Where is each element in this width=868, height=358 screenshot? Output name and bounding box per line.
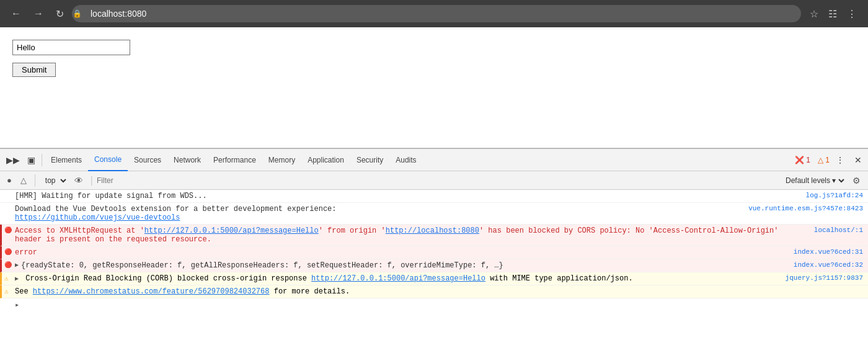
submit-button[interactable]: Submit [12,63,56,77]
forward-button[interactable]: → [30,6,47,22]
console-text-hmr: [HMR] Waiting for update signal from WDS… [15,192,207,200]
console-sep [35,174,35,187]
warn-badge: △ 1 [818,156,830,164]
source-cors[interactable]: localhost/:1 [802,226,863,234]
levels-select[interactable]: Default levels ▾ [783,176,846,186]
console-line-see: See https://www.chromestatus.com/feature… [0,285,868,298]
console-text-corb: ▶ Cross-Origin Read Blocking (CORB) bloc… [15,274,633,283]
console-line-error-text: error index.vue?6ced:31 [0,246,868,259]
source-vue[interactable]: vue.runtime.esm.js?457e:8423 [736,205,863,212]
browser-actions: ☆ ☷ ⋮ [806,6,861,22]
console-settings-button[interactable]: ⚙ [849,174,864,187]
bookmark-button[interactable]: ☆ [806,6,822,22]
devtools-tabbar: ▶▶ ▣ Elements Console Sources Network Pe… [0,149,868,171]
tab-application[interactable]: Application [301,149,350,171]
device-toggle-button[interactable]: ▣ [24,151,39,169]
error-badge: ❌ 1 [795,156,810,164]
corb-url-link[interactable]: http://127.0.0.1:5000/api?message=Hello [311,274,485,283]
filter-input[interactable] [97,176,221,185]
console-output: [HMR] Waiting for update signal from WDS… [0,190,868,358]
warn-triangle-icon: △ [818,156,823,164]
page-content: Submit [0,27,868,148]
browser-chrome: ← → ↻ 🔒 ☆ ☷ ⋮ [0,0,868,27]
tab-memory[interactable]: Memory [262,149,301,171]
devtools-more-button[interactable]: ⋮ [832,151,848,169]
tab-audits[interactable]: Audits [389,149,422,171]
source-error-text[interactable]: index.vue?6ced:31 [781,248,863,256]
console-text-vue: Download the Vue Devtools extension for … [15,205,336,222]
collapse-arrow[interactable]: ▶ [15,261,19,269]
clear-console-button[interactable]: ● [4,174,15,186]
source-corb[interactable]: jquery.js?1157:9837 [773,274,863,282]
hello-input[interactable] [12,40,130,55]
source-object[interactable]: index.vue?6ced:32 [781,261,863,269]
vue-devtools-link[interactable]: https://github.com/vuejs/vue-devtools [15,213,180,222]
console-line-cors-error: Access to XMLHttpRequest at 'http://127.… [0,225,868,246]
lock-icon: 🔒 [73,9,82,18]
filter-sep: | [91,175,93,186]
tab-console[interactable]: Console [88,149,128,171]
inspect-element-button[interactable]: ▶▶ [2,151,24,169]
console-line-object: ▶ {readyState: 0, getResponseHeader: f, … [0,259,868,272]
tab-sources[interactable]: Sources [128,149,167,171]
badge-sep [813,154,815,166]
console-text-cors: Access to XMLHttpRequest at 'http://127.… [15,226,802,244]
devtools-toolbar-right: ❌ 1 △ 1 ⋮ ✕ [795,151,866,169]
console-text-see: See https://www.chromestatus.com/feature… [15,287,350,296]
eye-button[interactable]: 👁 [71,174,87,187]
menu-button[interactable]: ⋮ [843,6,861,22]
reload-button[interactable]: ↻ [52,6,68,22]
back-button[interactable]: ← [7,6,25,22]
address-bar[interactable] [72,5,801,22]
context-select-wrapper: top [40,174,68,187]
cors-url2-link[interactable]: http://localhost:8080 [386,226,479,235]
error-circle-icon: ❌ [795,156,804,164]
prompt-arrow-icon: ▸ [15,300,19,310]
cors-url1-link[interactable]: http://127.0.0.1:5000/api?message=Hello [144,226,319,235]
tab-performance[interactable]: Performance [207,149,262,171]
tab-network[interactable]: Network [167,149,207,171]
console-line-hmr: [HMR] Waiting for update signal from WDS… [0,190,868,203]
console-line-corb: ▶ Cross-Origin Read Blocking (CORB) bloc… [0,272,868,285]
extensions-button[interactable]: ☷ [825,6,841,22]
console-text-object: {readyState: 0, getResponseHeader: f, ge… [21,261,503,270]
console-text-error: error [15,248,37,257]
filter-icon-button[interactable]: △ [17,174,30,186]
devtools-panel: ▶▶ ▣ Elements Console Sources Network Pe… [0,148,868,358]
console-line-vue: Download the Vue Devtools extension for … [0,203,868,225]
source-hmr[interactable]: log.js?1afd:24 [794,192,863,199]
chromestatus-link[interactable]: https://www.chromestatus.com/feature/562… [33,287,270,296]
console-prompt-line[interactable]: ▸ [0,298,868,311]
tab-security[interactable]: Security [350,149,389,171]
devtools-close-button[interactable]: ✕ [851,151,866,169]
context-select[interactable]: top [40,174,68,187]
error-count: 1 [806,156,810,164]
tab-elements[interactable]: Elements [45,149,88,171]
corb-collapse-arrow[interactable]: ▶ [15,275,19,282]
warn-count: 1 [825,156,830,164]
console-toolbar: ● △ top 👁 | Default levels ▾ ⚙ [0,171,868,190]
tab-separator [42,154,42,166]
